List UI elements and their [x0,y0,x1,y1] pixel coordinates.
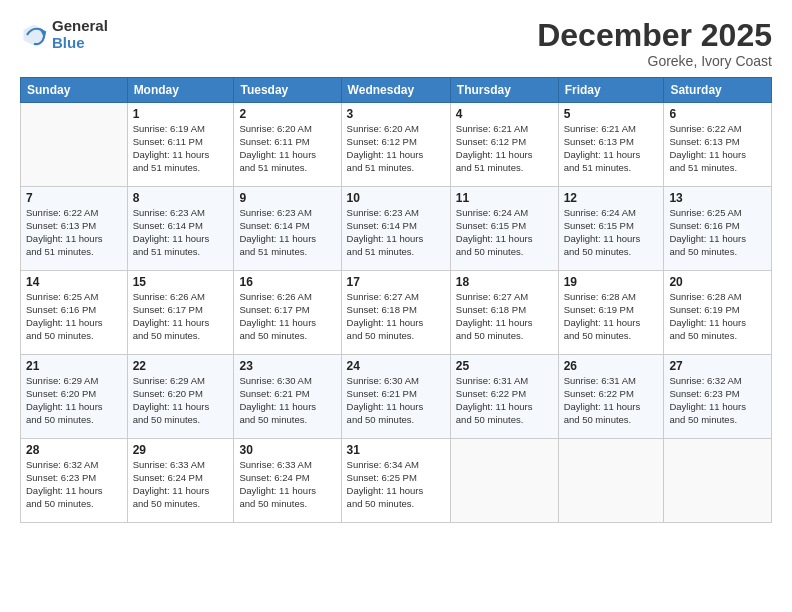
day-number: 5 [564,107,659,121]
calendar-cell [21,103,128,187]
calendar-cell: 12Sunrise: 6:24 AMSunset: 6:15 PMDayligh… [558,187,664,271]
calendar-cell: 3Sunrise: 6:20 AMSunset: 6:12 PMDaylight… [341,103,450,187]
calendar-cell: 24Sunrise: 6:30 AMSunset: 6:21 PMDayligh… [341,355,450,439]
day-info: Sunrise: 6:29 AMSunset: 6:20 PMDaylight:… [133,375,229,426]
calendar-cell: 20Sunrise: 6:28 AMSunset: 6:19 PMDayligh… [664,271,772,355]
calendar-cell: 22Sunrise: 6:29 AMSunset: 6:20 PMDayligh… [127,355,234,439]
calendar-cell: 16Sunrise: 6:26 AMSunset: 6:17 PMDayligh… [234,271,341,355]
month-title: December 2025 [537,18,772,53]
day-info: Sunrise: 6:23 AMSunset: 6:14 PMDaylight:… [347,207,445,258]
day-number: 15 [133,275,229,289]
calendar-cell: 8Sunrise: 6:23 AMSunset: 6:14 PMDaylight… [127,187,234,271]
day-info: Sunrise: 6:26 AMSunset: 6:17 PMDaylight:… [239,291,335,342]
day-number: 29 [133,443,229,457]
calendar-header-row: Sunday Monday Tuesday Wednesday Thursday… [21,78,772,103]
day-info: Sunrise: 6:21 AMSunset: 6:13 PMDaylight:… [564,123,659,174]
logo-icon [20,21,48,49]
day-number: 1 [133,107,229,121]
day-info: Sunrise: 6:23 AMSunset: 6:14 PMDaylight:… [133,207,229,258]
day-info: Sunrise: 6:20 AMSunset: 6:12 PMDaylight:… [347,123,445,174]
day-number: 4 [456,107,553,121]
day-info: Sunrise: 6:23 AMSunset: 6:14 PMDaylight:… [239,207,335,258]
calendar-cell: 2Sunrise: 6:20 AMSunset: 6:11 PMDaylight… [234,103,341,187]
day-info: Sunrise: 6:33 AMSunset: 6:24 PMDaylight:… [239,459,335,510]
day-info: Sunrise: 6:24 AMSunset: 6:15 PMDaylight:… [456,207,553,258]
day-info: Sunrise: 6:31 AMSunset: 6:22 PMDaylight:… [564,375,659,426]
day-info: Sunrise: 6:30 AMSunset: 6:21 PMDaylight:… [239,375,335,426]
calendar-cell: 18Sunrise: 6:27 AMSunset: 6:18 PMDayligh… [450,271,558,355]
day-number: 23 [239,359,335,373]
day-info: Sunrise: 6:24 AMSunset: 6:15 PMDaylight:… [564,207,659,258]
day-number: 7 [26,191,122,205]
calendar-table: Sunday Monday Tuesday Wednesday Thursday… [20,77,772,523]
calendar-cell: 27Sunrise: 6:32 AMSunset: 6:23 PMDayligh… [664,355,772,439]
day-number: 20 [669,275,766,289]
calendar-cell: 5Sunrise: 6:21 AMSunset: 6:13 PMDaylight… [558,103,664,187]
location-subtitle: Goreke, Ivory Coast [537,53,772,69]
calendar-cell: 31Sunrise: 6:34 AMSunset: 6:25 PMDayligh… [341,439,450,523]
day-info: Sunrise: 6:28 AMSunset: 6:19 PMDaylight:… [669,291,766,342]
calendar-cell: 15Sunrise: 6:26 AMSunset: 6:17 PMDayligh… [127,271,234,355]
day-info: Sunrise: 6:32 AMSunset: 6:23 PMDaylight:… [26,459,122,510]
day-number: 28 [26,443,122,457]
calendar-cell: 7Sunrise: 6:22 AMSunset: 6:13 PMDaylight… [21,187,128,271]
day-number: 6 [669,107,766,121]
day-info: Sunrise: 6:27 AMSunset: 6:18 PMDaylight:… [456,291,553,342]
day-number: 11 [456,191,553,205]
day-info: Sunrise: 6:31 AMSunset: 6:22 PMDaylight:… [456,375,553,426]
day-number: 2 [239,107,335,121]
calendar-cell: 10Sunrise: 6:23 AMSunset: 6:14 PMDayligh… [341,187,450,271]
day-number: 8 [133,191,229,205]
header-tuesday: Tuesday [234,78,341,103]
day-info: Sunrise: 6:25 AMSunset: 6:16 PMDaylight:… [669,207,766,258]
day-number: 27 [669,359,766,373]
calendar-cell: 19Sunrise: 6:28 AMSunset: 6:19 PMDayligh… [558,271,664,355]
day-number: 10 [347,191,445,205]
logo-general-text: General [52,18,108,35]
calendar-week-5: 28Sunrise: 6:32 AMSunset: 6:23 PMDayligh… [21,439,772,523]
calendar-cell: 26Sunrise: 6:31 AMSunset: 6:22 PMDayligh… [558,355,664,439]
calendar-cell: 6Sunrise: 6:22 AMSunset: 6:13 PMDaylight… [664,103,772,187]
calendar-cell: 14Sunrise: 6:25 AMSunset: 6:16 PMDayligh… [21,271,128,355]
day-info: Sunrise: 6:21 AMSunset: 6:12 PMDaylight:… [456,123,553,174]
calendar-cell [558,439,664,523]
day-number: 9 [239,191,335,205]
day-info: Sunrise: 6:26 AMSunset: 6:17 PMDaylight:… [133,291,229,342]
day-number: 3 [347,107,445,121]
day-info: Sunrise: 6:25 AMSunset: 6:16 PMDaylight:… [26,291,122,342]
day-number: 22 [133,359,229,373]
calendar-cell: 4Sunrise: 6:21 AMSunset: 6:12 PMDaylight… [450,103,558,187]
calendar-cell: 25Sunrise: 6:31 AMSunset: 6:22 PMDayligh… [450,355,558,439]
calendar-week-1: 1Sunrise: 6:19 AMSunset: 6:11 PMDaylight… [21,103,772,187]
header-friday: Friday [558,78,664,103]
day-number: 31 [347,443,445,457]
title-block: December 2025 Goreke, Ivory Coast [537,18,772,69]
calendar-week-3: 14Sunrise: 6:25 AMSunset: 6:16 PMDayligh… [21,271,772,355]
calendar-cell: 29Sunrise: 6:33 AMSunset: 6:24 PMDayligh… [127,439,234,523]
day-number: 26 [564,359,659,373]
calendar-cell: 13Sunrise: 6:25 AMSunset: 6:16 PMDayligh… [664,187,772,271]
header: General Blue December 2025 Goreke, Ivory… [20,18,772,69]
calendar-cell: 23Sunrise: 6:30 AMSunset: 6:21 PMDayligh… [234,355,341,439]
calendar-cell: 11Sunrise: 6:24 AMSunset: 6:15 PMDayligh… [450,187,558,271]
day-info: Sunrise: 6:22 AMSunset: 6:13 PMDaylight:… [669,123,766,174]
logo: General Blue [20,18,108,51]
day-number: 18 [456,275,553,289]
day-number: 30 [239,443,335,457]
day-info: Sunrise: 6:29 AMSunset: 6:20 PMDaylight:… [26,375,122,426]
day-info: Sunrise: 6:19 AMSunset: 6:11 PMDaylight:… [133,123,229,174]
day-number: 17 [347,275,445,289]
day-info: Sunrise: 6:20 AMSunset: 6:11 PMDaylight:… [239,123,335,174]
day-info: Sunrise: 6:30 AMSunset: 6:21 PMDaylight:… [347,375,445,426]
header-sunday: Sunday [21,78,128,103]
calendar-week-4: 21Sunrise: 6:29 AMSunset: 6:20 PMDayligh… [21,355,772,439]
logo-blue-text: Blue [52,35,108,52]
header-monday: Monday [127,78,234,103]
calendar-cell [664,439,772,523]
day-number: 25 [456,359,553,373]
day-info: Sunrise: 6:22 AMSunset: 6:13 PMDaylight:… [26,207,122,258]
page: General Blue December 2025 Goreke, Ivory… [0,0,792,612]
day-info: Sunrise: 6:33 AMSunset: 6:24 PMDaylight:… [133,459,229,510]
day-number: 16 [239,275,335,289]
header-saturday: Saturday [664,78,772,103]
